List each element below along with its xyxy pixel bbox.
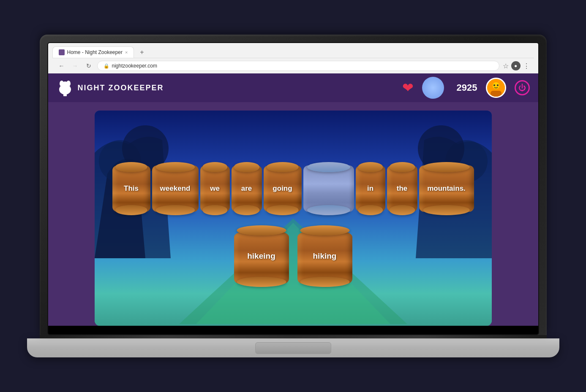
app-container: NIGHT ZOOKEEPER ❤ 2925 xyxy=(48,73,538,326)
barrel-text: are xyxy=(238,184,256,193)
word-barrel-we[interactable]: we xyxy=(200,165,230,212)
barrel-text: the xyxy=(393,184,411,193)
word-barrel-blank[interactable] xyxy=(303,165,354,212)
svg-rect-5 xyxy=(63,91,67,96)
power-icon: ⏻ xyxy=(518,84,526,92)
browser-actions: ☆ ● ⋮ xyxy=(503,61,530,70)
word-barrel-mountains[interactable]: mountains. xyxy=(419,165,474,212)
svg-point-3 xyxy=(66,81,71,87)
option-text: hikeing xyxy=(244,251,279,261)
menu-button[interactable]: ⋮ xyxy=(523,62,530,70)
svg-point-9 xyxy=(493,84,495,86)
barrel-top-cap xyxy=(115,162,147,172)
laptop-keyboard xyxy=(27,338,559,357)
score-wrapper: 2925 xyxy=(422,77,477,99)
back-button[interactable]: ← xyxy=(57,61,67,71)
barrel-bottom-cap xyxy=(115,205,147,215)
address-bar[interactable]: 🔒 nightzookeeper.com xyxy=(97,61,499,71)
barrel-text: we xyxy=(207,184,223,193)
option-text: hiking xyxy=(310,251,340,261)
browser-tab-active[interactable]: Home - Night Zookeeper × xyxy=(52,46,134,58)
browser-chrome: Home - Night Zookeeper × + ← → ↻ 🔒 night… xyxy=(48,43,538,73)
tab-close-btn[interactable]: × xyxy=(125,50,128,55)
option-barrel-hiking[interactable]: hiking xyxy=(297,229,352,284)
laptop-screen-bezel: Home - Night Zookeeper × + ← → ↻ 🔒 night… xyxy=(40,35,547,335)
browser-toolbar: ← → ↻ 🔒 nightzookeeper.com ☆ ● ⋮ xyxy=(52,58,534,73)
score-bubble xyxy=(422,77,444,99)
word-barrel-this[interactable]: This xyxy=(112,165,150,212)
svg-point-10 xyxy=(497,84,499,86)
barrel-text: in xyxy=(364,184,377,193)
sentence-row: This weekend xyxy=(95,165,492,212)
elephant-logo-icon xyxy=(57,79,74,96)
app-title: NIGHT ZOOKEEPER xyxy=(78,84,164,92)
word-barrel-in[interactable]: in xyxy=(356,165,385,212)
lock-icon: 🔒 xyxy=(104,63,109,69)
answer-options-row: hikeing hiking xyxy=(95,229,492,284)
heart-icon: ❤ xyxy=(402,80,414,96)
word-barrel-are[interactable]: are xyxy=(232,165,262,212)
word-barrel-the[interactable]: the xyxy=(387,165,417,212)
address-text: nightzookeeper.com xyxy=(112,63,157,69)
avatar[interactable] xyxy=(486,78,506,98)
laptop-screen-inner: Home - Night Zookeeper × + ← → ↻ 🔒 night… xyxy=(47,42,539,335)
app-header: NIGHT ZOOKEEPER ❤ 2925 xyxy=(48,73,538,102)
barrel-text: weekend xyxy=(157,184,194,193)
barrel-text: going xyxy=(269,184,295,193)
forward-button[interactable]: → xyxy=(70,61,80,71)
bookmark-button[interactable]: ☆ xyxy=(503,62,509,70)
barrel-text: This xyxy=(120,184,142,193)
tab-favicon xyxy=(59,49,65,55)
tab-title: Home - Night Zookeeper xyxy=(67,49,123,55)
laptop-hinge xyxy=(40,335,547,338)
barrel-text: mountains. xyxy=(424,184,469,193)
power-button[interactable]: ⏻ xyxy=(515,80,530,95)
word-barrel-going[interactable]: going xyxy=(264,165,302,212)
laptop-frame: Home - Night Zookeeper × + ← → ↻ 🔒 night… xyxy=(40,35,547,357)
new-tab-button[interactable]: + xyxy=(136,47,147,58)
browser-tab-bar: Home - Night Zookeeper × + xyxy=(52,46,534,58)
score-text: 2925 xyxy=(457,82,477,93)
header-right: ❤ 2925 xyxy=(402,77,530,99)
touchpad[interactable] xyxy=(255,342,331,354)
word-barrel-weekend[interactable]: weekend xyxy=(152,165,199,212)
svg-point-2 xyxy=(60,81,64,87)
svg-rect-8 xyxy=(491,91,502,97)
refresh-button[interactable]: ↻ xyxy=(84,61,94,71)
logo-area: NIGHT ZOOKEEPER xyxy=(57,79,164,96)
option-barrel-hikeing[interactable]: hikeing xyxy=(234,229,289,284)
account-button[interactable]: ● xyxy=(511,61,521,70)
game-area: This weekend xyxy=(95,111,492,326)
